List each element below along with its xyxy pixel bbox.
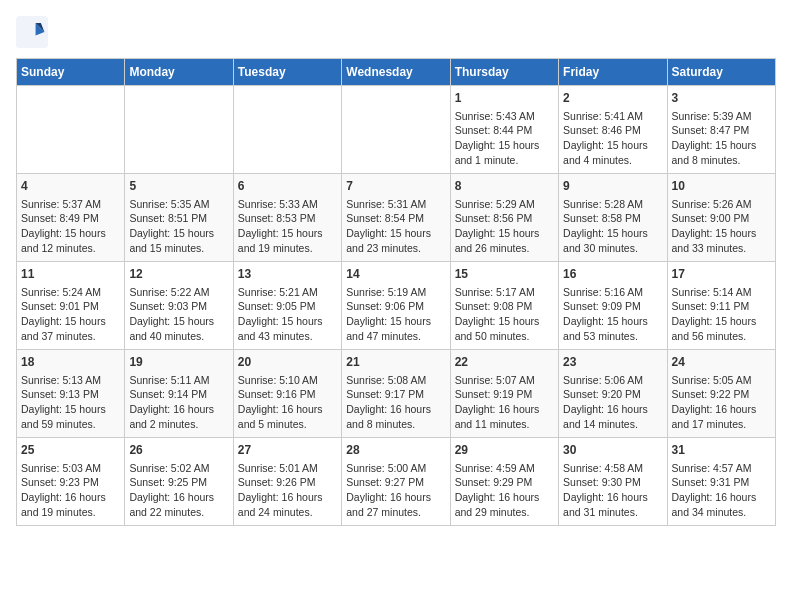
day-info: Daylight: 15 hours: [21, 314, 120, 329]
day-info: Sunrise: 5:07 AM: [455, 373, 554, 388]
day-number: 17: [672, 266, 771, 283]
day-info: Sunset: 8:54 PM: [346, 211, 445, 226]
day-number: 29: [455, 442, 554, 459]
day-info: Sunrise: 5:10 AM: [238, 373, 337, 388]
day-info: Daylight: 15 hours: [238, 226, 337, 241]
day-info: and 59 minutes.: [21, 417, 120, 432]
calendar-cell: [233, 86, 341, 174]
page-header: [16, 16, 776, 48]
day-info: Daylight: 15 hours: [672, 138, 771, 153]
day-number: 8: [455, 178, 554, 195]
day-info: and 24 minutes.: [238, 505, 337, 520]
day-info: Sunrise: 5:35 AM: [129, 197, 228, 212]
day-info: and 53 minutes.: [563, 329, 662, 344]
day-info: Sunset: 9:22 PM: [672, 387, 771, 402]
day-info: Daylight: 16 hours: [563, 490, 662, 505]
day-header-sunday: Sunday: [17, 59, 125, 86]
day-info: Daylight: 15 hours: [563, 226, 662, 241]
week-row-1: 4Sunrise: 5:37 AMSunset: 8:49 PMDaylight…: [17, 174, 776, 262]
day-info: Sunset: 9:16 PM: [238, 387, 337, 402]
day-number: 26: [129, 442, 228, 459]
day-number: 14: [346, 266, 445, 283]
day-number: 9: [563, 178, 662, 195]
day-info: Daylight: 15 hours: [672, 314, 771, 329]
day-info: and 1 minute.: [455, 153, 554, 168]
calendar-cell: 19Sunrise: 5:11 AMSunset: 9:14 PMDayligh…: [125, 350, 233, 438]
day-info: Sunset: 9:13 PM: [21, 387, 120, 402]
day-info: Sunset: 8:44 PM: [455, 123, 554, 138]
day-info: Sunset: 9:26 PM: [238, 475, 337, 490]
day-info: and 27 minutes.: [346, 505, 445, 520]
day-number: 18: [21, 354, 120, 371]
day-info: Sunset: 9:14 PM: [129, 387, 228, 402]
day-info: and 8 minutes.: [346, 417, 445, 432]
day-info: Daylight: 15 hours: [238, 314, 337, 329]
day-info: Sunrise: 5:03 AM: [21, 461, 120, 476]
day-info: Sunset: 9:29 PM: [455, 475, 554, 490]
day-info: Sunset: 9:09 PM: [563, 299, 662, 314]
day-info: Daylight: 16 hours: [672, 490, 771, 505]
day-number: 25: [21, 442, 120, 459]
day-info: Sunset: 9:17 PM: [346, 387, 445, 402]
day-info: Sunset: 8:53 PM: [238, 211, 337, 226]
day-number: 4: [21, 178, 120, 195]
day-number: 10: [672, 178, 771, 195]
calendar-header-row: SundayMondayTuesdayWednesdayThursdayFrid…: [17, 59, 776, 86]
calendar-cell: 2Sunrise: 5:41 AMSunset: 8:46 PMDaylight…: [559, 86, 667, 174]
day-info: and 2 minutes.: [129, 417, 228, 432]
day-header-saturday: Saturday: [667, 59, 775, 86]
day-info: Sunset: 9:31 PM: [672, 475, 771, 490]
calendar-cell: 9Sunrise: 5:28 AMSunset: 8:58 PMDaylight…: [559, 174, 667, 262]
day-info: Daylight: 15 hours: [346, 226, 445, 241]
calendar-cell: 26Sunrise: 5:02 AMSunset: 9:25 PMDayligh…: [125, 438, 233, 526]
day-info: and 40 minutes.: [129, 329, 228, 344]
day-info: Daylight: 16 hours: [21, 490, 120, 505]
day-info: Sunset: 9:11 PM: [672, 299, 771, 314]
calendar-cell: 24Sunrise: 5:05 AMSunset: 9:22 PMDayligh…: [667, 350, 775, 438]
day-info: Sunrise: 5:24 AM: [21, 285, 120, 300]
day-info: and 34 minutes.: [672, 505, 771, 520]
logo-icon: [16, 16, 48, 48]
day-header-monday: Monday: [125, 59, 233, 86]
day-number: 30: [563, 442, 662, 459]
day-number: 15: [455, 266, 554, 283]
calendar-cell: 12Sunrise: 5:22 AMSunset: 9:03 PMDayligh…: [125, 262, 233, 350]
day-info: Sunset: 9:03 PM: [129, 299, 228, 314]
day-header-tuesday: Tuesday: [233, 59, 341, 86]
day-info: Sunrise: 5:00 AM: [346, 461, 445, 476]
day-info: Sunrise: 5:26 AM: [672, 197, 771, 212]
calendar-cell: 11Sunrise: 5:24 AMSunset: 9:01 PMDayligh…: [17, 262, 125, 350]
day-info: Sunset: 8:51 PM: [129, 211, 228, 226]
day-info: Sunset: 9:06 PM: [346, 299, 445, 314]
day-info: Sunrise: 5:13 AM: [21, 373, 120, 388]
day-header-thursday: Thursday: [450, 59, 558, 86]
calendar-cell: 31Sunrise: 4:57 AMSunset: 9:31 PMDayligh…: [667, 438, 775, 526]
day-info: Sunset: 9:23 PM: [21, 475, 120, 490]
day-info: Sunrise: 5:01 AM: [238, 461, 337, 476]
calendar-cell: 14Sunrise: 5:19 AMSunset: 9:06 PMDayligh…: [342, 262, 450, 350]
day-info: Sunrise: 5:17 AM: [455, 285, 554, 300]
day-info: and 5 minutes.: [238, 417, 337, 432]
calendar-cell: 3Sunrise: 5:39 AMSunset: 8:47 PMDaylight…: [667, 86, 775, 174]
day-number: 12: [129, 266, 228, 283]
calendar-cell: 28Sunrise: 5:00 AMSunset: 9:27 PMDayligh…: [342, 438, 450, 526]
calendar-cell: 18Sunrise: 5:13 AMSunset: 9:13 PMDayligh…: [17, 350, 125, 438]
day-number: 16: [563, 266, 662, 283]
day-number: 7: [346, 178, 445, 195]
day-info: and 12 minutes.: [21, 241, 120, 256]
day-info: Sunset: 9:08 PM: [455, 299, 554, 314]
day-info: Sunrise: 5:19 AM: [346, 285, 445, 300]
day-info: Daylight: 15 hours: [563, 138, 662, 153]
day-number: 1: [455, 90, 554, 107]
day-number: 28: [346, 442, 445, 459]
day-info: Sunrise: 5:02 AM: [129, 461, 228, 476]
calendar-cell: 10Sunrise: 5:26 AMSunset: 9:00 PMDayligh…: [667, 174, 775, 262]
calendar-cell: 22Sunrise: 5:07 AMSunset: 9:19 PMDayligh…: [450, 350, 558, 438]
day-info: Daylight: 15 hours: [455, 138, 554, 153]
day-info: Sunrise: 5:31 AM: [346, 197, 445, 212]
calendar-cell: 16Sunrise: 5:16 AMSunset: 9:09 PMDayligh…: [559, 262, 667, 350]
calendar-cell: [125, 86, 233, 174]
day-info: and 11 minutes.: [455, 417, 554, 432]
calendar-cell: [342, 86, 450, 174]
calendar-cell: 8Sunrise: 5:29 AMSunset: 8:56 PMDaylight…: [450, 174, 558, 262]
